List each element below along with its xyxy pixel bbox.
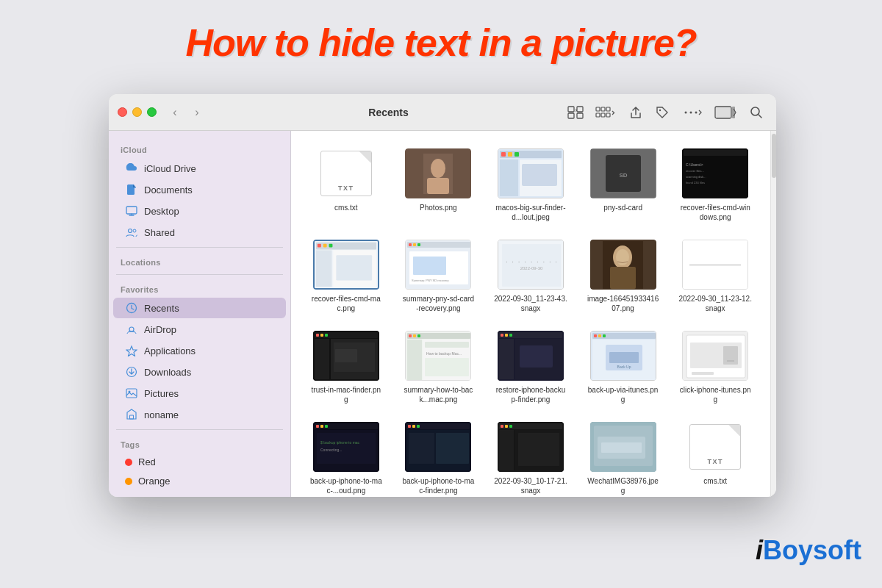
file-item-mona[interactable]: image-16645193341607.png <box>580 234 667 319</box>
icloud-drive-icon <box>125 162 138 175</box>
view-options-button[interactable] <box>591 103 620 122</box>
file-item-snagx-2[interactable]: 2022-09-30_11-23-12.snagx <box>672 234 759 319</box>
file-item-photos-png[interactable]: Photos.png <box>395 143 482 228</box>
sidebar-item-recents[interactable]: Recents <box>113 298 286 318</box>
search-button[interactable] <box>745 103 767 122</box>
svg-text:Summary: PNY SD recovery: Summary: PNY SD recovery <box>412 279 449 282</box>
file-thumb-click-itunes <box>682 331 748 381</box>
preview-button[interactable] <box>711 103 741 122</box>
sidebar-item-tag-yellow[interactable]: Yellow <box>113 491 286 497</box>
svg-rect-58 <box>413 243 416 246</box>
file-item-cms-txt-2[interactable]: TXT cms.txt <box>672 416 759 497</box>
sidebar-item-icloud-drive[interactable]: iCloud Drive <box>113 158 286 179</box>
svg-text:recover files...: recover files... <box>686 169 704 173</box>
sidebar-item-tag-red[interactable]: Red <box>113 453 286 471</box>
minimize-button[interactable] <box>132 107 142 117</box>
applications-icon <box>125 344 138 357</box>
svg-rect-4 <box>596 107 600 111</box>
svg-text:How to backup Mac...: How to backup Mac... <box>426 351 462 356</box>
file-item-backup-itunes[interactable]: Back Up back-up-via-itunes.png <box>580 325 667 410</box>
sidebar-item-desktop[interactable]: Desktop <box>113 201 286 221</box>
more-options-button[interactable] <box>678 103 707 122</box>
svg-text:SD: SD <box>619 172 627 179</box>
sidebar-item-downloads[interactable]: Downloads <box>113 362 286 382</box>
svg-point-16 <box>751 107 759 115</box>
scroll-thumb[interactable] <box>772 134 776 178</box>
file-item-summary-pny[interactable]: Summary: PNY SD recovery summary-pny-sd-… <box>395 234 482 319</box>
sidebar-item-noname[interactable]: noname <box>113 404 286 425</box>
svg-rect-118 <box>325 425 328 428</box>
file-name-backup-cloud: back-up-iphone-to-mac-...oud.png <box>309 476 383 495</box>
back-button[interactable]: ‹ <box>165 103 184 122</box>
maximize-button[interactable] <box>147 107 157 117</box>
file-grid-inner: TXT cms.txt Photos.png <box>303 143 759 497</box>
file-item-click-itunes[interactable]: click-iphone-itunes.png <box>672 325 759 410</box>
file-thumb-recover-mac <box>313 240 379 290</box>
file-item-recover-windows[interactable]: C:\Users\>recover files...scanning disk.… <box>672 143 759 228</box>
sidebar-item-tag-orange[interactable]: Orange <box>113 472 286 490</box>
view-grid-button[interactable] <box>564 103 587 122</box>
file-item-restore-iphone[interactable]: restore-iphone-backup-finder.png <box>487 325 574 410</box>
sidebar-item-applications[interactable]: Applications <box>113 340 286 361</box>
svg-rect-5 <box>601 107 605 111</box>
share-button[interactable] <box>625 103 647 122</box>
svg-rect-82 <box>407 333 470 339</box>
file-item-snagx-3[interactable]: 2022-09-30_10-17-21.snagx <box>487 416 574 497</box>
file-item-macos-big-sur[interactable]: macos-big-sur-finder-d...lout.jpeg <box>487 143 574 228</box>
sidebar-divider-1 <box>116 247 283 248</box>
file-name-pny: pny-sd-card <box>603 203 642 212</box>
close-button[interactable] <box>118 107 127 117</box>
file-thumb-backup-itunes: Back Up <box>590 331 656 381</box>
svg-rect-127 <box>417 425 420 428</box>
forward-button[interactable]: › <box>187 103 207 122</box>
sidebar-item-airdrop[interactable]: AirDrop <box>113 319 286 340</box>
file-grid: TXT cms.txt Photos.png <box>291 131 770 497</box>
sidebar-item-pictures[interactable]: Pictures <box>113 383 286 404</box>
file-item-recover-mac[interactable]: recover-files-cmd-mac.png <box>303 234 390 319</box>
file-name-backup-finder: back-up-iphone-to-mac-finder.png <box>401 476 475 495</box>
svg-rect-37 <box>522 164 557 186</box>
svg-rect-101 <box>594 334 597 337</box>
svg-rect-77 <box>315 339 329 379</box>
sidebar-item-documents[interactable]: Documents <box>113 179 286 200</box>
pictures-icon <box>125 387 138 400</box>
svg-rect-83 <box>409 334 412 337</box>
scrollbar[interactable] <box>770 131 776 497</box>
nav-buttons: ‹ › <box>165 103 207 122</box>
file-item-cms-txt-1[interactable]: TXT cms.txt <box>303 143 390 228</box>
svg-text:$ backup iphone to mac: $ backup iphone to mac <box>320 440 360 445</box>
file-item-backup-finder[interactable]: back-up-iphone-to-mac-finder.png <box>395 416 482 497</box>
file-item-trust-mac[interactable]: trust-in-mac-finder.png <box>303 325 390 410</box>
svg-rect-32 <box>501 152 506 157</box>
svg-rect-98 <box>520 345 553 368</box>
svg-rect-57 <box>409 243 412 246</box>
svg-rect-113 <box>692 372 714 375</box>
svg-rect-29 <box>427 178 449 194</box>
file-name-backup-itunes: back-up-via-itunes.png <box>587 385 660 404</box>
recents-icon <box>125 301 138 315</box>
svg-rect-138 <box>518 433 559 466</box>
file-thumb-snagx-3 <box>498 422 564 472</box>
sidebar: iCloud iCloud Drive Documents Desktop <box>109 131 291 497</box>
svg-point-10 <box>659 109 661 110</box>
sidebar-item-shared[interactable]: Shared <box>113 222 286 243</box>
svg-rect-3 <box>577 113 583 118</box>
svg-rect-6 <box>606 107 610 111</box>
logo-i: i <box>756 535 763 565</box>
file-item-backup-cloud[interactable]: $ backup iphone to macConnecting... back… <box>303 416 390 497</box>
file-item-snagx-1[interactable]: . . . . . . . . .2022-09-30 2022-09-30_1… <box>487 234 574 319</box>
recents-label: Recents <box>144 303 179 314</box>
svg-rect-34 <box>514 152 519 157</box>
file-thumb-backup-finder <box>405 422 471 472</box>
file-item-wechat[interactable]: WechatIMG38976.jpeg <box>580 416 667 497</box>
tag-button[interactable] <box>651 103 673 122</box>
file-item-pny-sd-card[interactable]: SD pny-sd-card <box>580 143 667 228</box>
icloud-section-header: iCloud <box>109 140 290 157</box>
file-item-summary-how[interactable]: How to backup Mac... summary-how-to-back… <box>395 325 482 410</box>
window-title: Recents <box>212 107 564 118</box>
svg-rect-64 <box>502 244 561 287</box>
svg-rect-116 <box>316 425 319 428</box>
finder-body: iCloud iCloud Drive Documents Desktop <box>109 131 776 497</box>
file-name-summary-pny: summary-pny-sd-card-recovery.png <box>401 294 475 313</box>
logo-boysoft: Boysoft <box>763 535 861 565</box>
